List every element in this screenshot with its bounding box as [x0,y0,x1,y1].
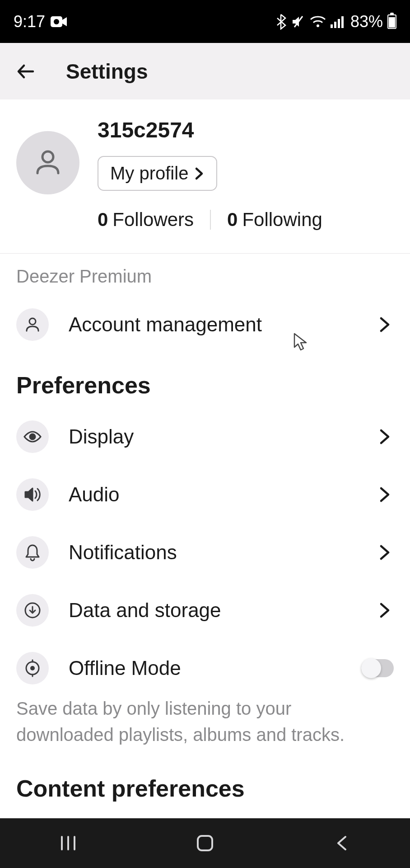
audio-row[interactable]: Audio [0,466,410,524]
person-icon [16,308,49,341]
display-label: Display [69,425,356,448]
chevron-right-icon [376,486,394,504]
settings-content: 315c2574 My profile 0 Followers 0 Follow… [0,99,410,818]
offline-mode-toggle[interactable] [361,659,394,677]
display-row[interactable]: Display [0,408,410,466]
avatar[interactable] [16,131,79,194]
svg-point-13 [30,666,35,670]
svg-point-3 [317,24,319,27]
status-time: 9:17 [14,12,45,31]
divider [210,210,211,230]
page-title: Settings [66,59,148,84]
bell-icon [16,536,49,569]
following-count: 0 [227,209,238,231]
back-nav-button[interactable] [328,830,355,857]
notifications-label: Notifications [69,541,356,564]
svg-point-10 [30,434,35,439]
followers-stat[interactable]: 0 Followers [98,209,194,231]
my-profile-label: My profile [110,163,188,184]
chevron-right-icon [376,601,394,619]
mute-icon [291,14,305,29]
account-management-label: Account management [69,313,356,336]
svg-rect-5 [334,22,336,28]
following-label: Following [242,209,322,231]
offline-mode-row[interactable]: Offline Mode [0,639,410,691]
followers-label: Followers [112,209,194,231]
subscription-label: Deezer Premium [0,254,410,296]
svg-rect-4 [331,24,333,28]
home-button[interactable] [191,830,219,857]
account-management-row[interactable]: Account management [0,296,410,354]
recent-apps-button[interactable] [55,830,82,857]
speaker-icon [16,478,49,511]
data-storage-row[interactable]: Data and storage [0,581,410,639]
audio-label: Audio [69,483,356,506]
preferences-heading: Preferences [0,354,410,408]
offline-icon [16,652,49,684]
following-stat[interactable]: 0 Following [227,209,322,231]
svg-rect-18 [198,836,212,850]
svg-rect-6 [338,19,340,28]
offline-mode-label: Offline Mode [69,657,341,679]
svg-point-8 [42,151,53,162]
notifications-row[interactable]: Notifications [0,524,410,581]
followers-count: 0 [98,209,108,231]
svg-point-1 [54,19,59,24]
bluetooth-icon [275,14,286,30]
chevron-right-icon [376,316,394,334]
profile-section: 315c2574 My profile 0 Followers 0 Follow… [0,99,410,254]
signal-icon [331,15,344,28]
svg-rect-7 [341,16,344,28]
svg-point-9 [29,318,36,325]
eye-icon [16,420,49,453]
battery-icon [387,14,396,29]
system-nav-bar [0,818,410,868]
recording-icon [51,15,67,28]
offline-help-text: Save data by only listening to your down… [0,691,410,757]
chevron-right-icon [376,428,394,446]
country-selector-row[interactable]: Country selector [0,811,410,818]
download-icon [16,594,49,627]
wifi-icon [310,15,326,28]
content-preferences-heading: Content preferences [0,757,410,811]
status-bar: 9:17 83% [0,0,410,43]
username: 315c2574 [98,118,394,142]
data-storage-label: Data and storage [69,599,356,622]
battery-percent: 83% [350,12,383,31]
settings-header: Settings [0,43,410,99]
my-profile-button[interactable]: My profile [98,156,217,191]
back-button[interactable] [14,59,39,84]
chevron-right-icon [194,167,205,180]
chevron-right-icon [376,543,394,561]
